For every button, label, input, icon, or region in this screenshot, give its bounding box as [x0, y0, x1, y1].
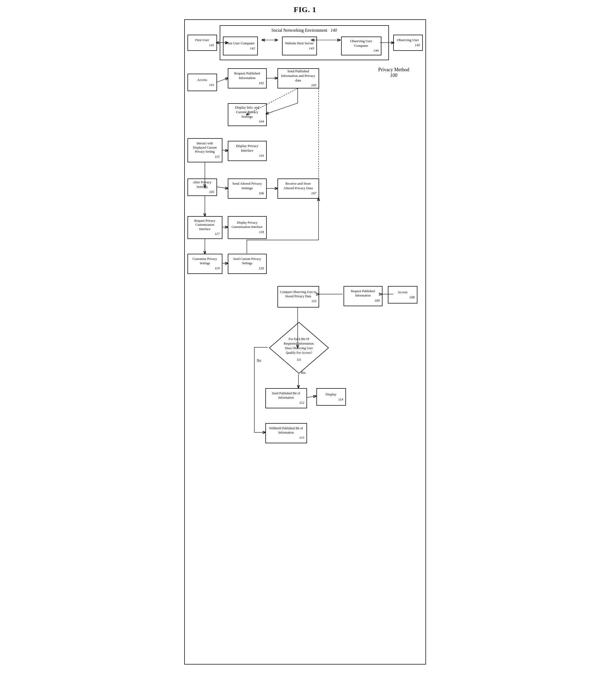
social-env-num: 140	[331, 28, 337, 32]
display-114-box: Display 114	[317, 388, 346, 406]
svg-line-10	[217, 78, 227, 82]
social-env-label: Social Networking Environment	[272, 28, 327, 32]
send-custom-privacy-box: Send Custom Privacy Settings 120	[228, 254, 267, 274]
observing-user-computer-box: Observing User Computer 144	[341, 36, 381, 56]
request-published-box: Request Published Information 102	[228, 68, 267, 89]
display-privacy-interface-box: Display Privacy Interface 116	[228, 141, 267, 161]
request-privacy-customization-box: Request Privacy Customization Interface …	[188, 216, 222, 239]
display-privacy-customization-box: Display Privacy Customization Interface …	[228, 216, 267, 239]
customize-privacy-box: Customize Privacy Settings 119	[188, 254, 222, 274]
send-altered-box: Send Altered Privacy Settings 106	[228, 178, 267, 199]
diamond-111: For Each Bit Of Requested Information: D…	[268, 321, 330, 375]
svg-line-14	[217, 187, 227, 188]
first-user-box: First User 141	[188, 35, 217, 51]
svg-text:111: 111	[296, 358, 301, 361]
send-published-bit-box: Send Published Bit of Information 112	[266, 388, 307, 408]
request-published-109-box: Request Published Information 109	[343, 286, 383, 306]
svg-text:Does Observing User: Does Observing User	[285, 346, 312, 350]
svg-line-13	[222, 150, 227, 151]
no-label: No	[257, 359, 261, 363]
observing-user-box: Observing User 145	[393, 35, 423, 51]
svg-text:For Each Bit Of: For Each Bit Of	[288, 337, 309, 341]
interact-box: Interact with Displayed Current Privacy …	[188, 138, 222, 162]
first-user-computer-box: First User Computer 142	[223, 36, 258, 56]
yes-label: Yes	[301, 371, 306, 375]
access-101-box: Access 101	[188, 74, 217, 91]
website-host-box: Website Host Server 143	[282, 36, 317, 56]
withhold-box: Withhold Published Bit of Information 11…	[266, 423, 307, 443]
svg-line-22	[306, 396, 316, 398]
receive-store-box: Receive and Store Altered Privacy Data 1…	[277, 178, 319, 199]
svg-text:Qualify For Access?: Qualify For Access?	[286, 351, 312, 355]
svg-text:Requested Information:: Requested Information:	[284, 342, 314, 345]
page-title: FIG. 1	[294, 5, 317, 14]
display-info-box: Display Info. and Current Privacy Settin…	[228, 103, 267, 126]
privacy-method-label: Privacy Method 100	[378, 67, 409, 78]
alter-privacy-box: Alter Privacy Settings 105	[188, 178, 217, 196]
access-108-box: Access 108	[388, 286, 417, 304]
compare-observing-box: Compare Observing User to Stored Privacy…	[277, 286, 319, 308]
social-env-box: Social Networking Environment 140 First …	[220, 25, 389, 60]
send-published-box: Send Published Information and Privacy d…	[277, 68, 319, 89]
diagram-container: Social Networking Environment 140 First …	[184, 19, 426, 665]
